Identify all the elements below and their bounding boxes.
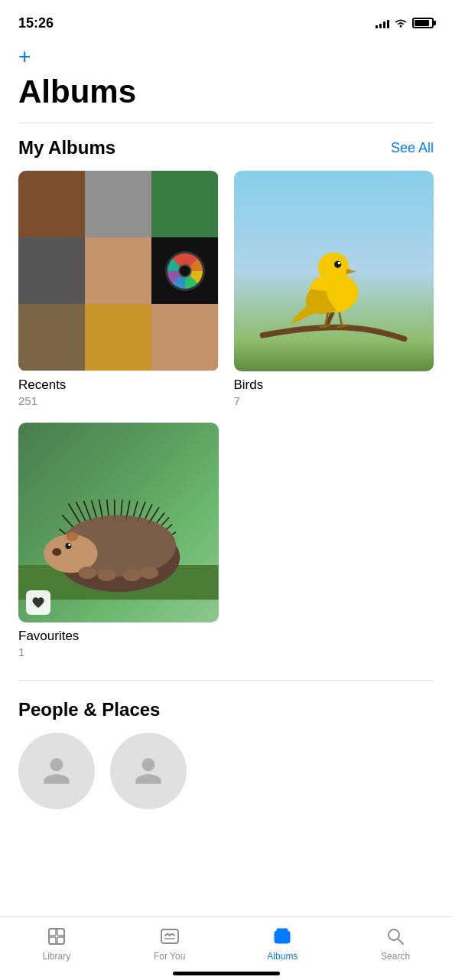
page-title: Albums [18, 74, 434, 110]
svg-point-0 [400, 25, 402, 28]
thumb-cell-8 [85, 304, 151, 371]
add-button[interactable]: + [18, 46, 31, 67]
thumb-cell-7 [18, 304, 85, 371]
albums-tab-icon [271, 925, 294, 948]
tab-albums[interactable]: Albums [252, 925, 313, 962]
svg-point-39 [78, 567, 96, 579]
album-birds-count: 7 [234, 394, 434, 407]
my-albums-section: My Albums See All [0, 123, 452, 658]
thumb-cell-4 [18, 237, 85, 304]
for-you-tab-icon [158, 925, 181, 948]
battery-icon [412, 18, 434, 28]
recents-grid [18, 171, 219, 371]
svg-rect-43 [49, 929, 64, 944]
search-icon [385, 926, 406, 947]
person-icon-2 [129, 752, 167, 790]
signal-bar-3 [383, 21, 385, 28]
album-favourites[interactable]: Favourites 1 [18, 423, 219, 659]
top-section: + Albums [0, 40, 452, 110]
tab-search[interactable]: Search [365, 925, 426, 962]
svg-point-2 [318, 253, 350, 284]
svg-point-41 [123, 569, 141, 581]
heart-icon [31, 596, 45, 609]
svg-point-37 [68, 543, 70, 545]
wheel-center [178, 263, 193, 278]
person-avatar-1 [18, 733, 95, 809]
tab-library[interactable]: Library [26, 925, 87, 962]
thumb-cell-6 [151, 237, 218, 304]
search-tab-icon [384, 925, 407, 948]
albums-tab-label: Albums [267, 951, 298, 962]
thumb-cell-9 [151, 304, 218, 371]
section-header: My Albums See All [18, 137, 434, 158]
albums-grid: Recents 251 [18, 171, 434, 658]
albums-icon [272, 926, 293, 947]
person-avatar-2 [110, 733, 187, 809]
album-recents-count: 251 [18, 394, 219, 407]
svg-point-42 [140, 567, 158, 579]
album-favourites-name: Favourites [18, 629, 219, 644]
svg-point-38 [66, 531, 78, 541]
status-icons [376, 18, 434, 28]
svg-line-28 [83, 501, 91, 521]
album-birds-thumb [234, 171, 434, 371]
thumb-cell-2 [85, 171, 151, 237]
for-you-tab-label: For You [154, 951, 185, 962]
signal-bar-2 [379, 24, 382, 28]
album-birds-name: Birds [234, 377, 434, 393]
signal-icon [376, 18, 389, 28]
svg-point-4 [338, 262, 341, 265]
person-item-1[interactable] [18, 733, 95, 809]
wifi-icon [394, 18, 408, 28]
album-favourites-thumb [18, 423, 219, 623]
bird-scene [234, 171, 434, 371]
svg-point-36 [65, 542, 71, 548]
svg-rect-51 [277, 929, 288, 932]
svg-point-35 [52, 547, 61, 555]
bird-illustration [249, 201, 418, 371]
library-tab-icon [45, 925, 68, 948]
status-bar: 15:26 [0, 0, 452, 40]
see-all-button[interactable]: See All [391, 140, 434, 156]
album-recents-name: Recents [18, 377, 219, 393]
my-albums-title: My Albums [18, 137, 115, 158]
svg-line-53 [398, 939, 404, 945]
battery-fill [415, 20, 429, 26]
people-places-title: People & Places [18, 699, 434, 720]
svg-point-3 [334, 261, 341, 268]
status-time: 15:26 [18, 15, 54, 31]
person-icon-1 [37, 752, 76, 790]
person-item-2[interactable] [110, 733, 187, 809]
people-places-section: People & Places [0, 681, 452, 809]
tab-for-you[interactable]: For You [139, 925, 200, 962]
search-tab-label: Search [381, 951, 410, 962]
camera-wheel [151, 237, 218, 304]
tab-bar: Library For You Albums [0, 916, 452, 980]
thumb-cell-5 [85, 237, 151, 304]
people-row [18, 733, 434, 809]
wheel-circle [165, 251, 205, 291]
bottom-spacer [0, 809, 452, 916]
svg-rect-50 [275, 931, 290, 943]
album-recents[interactable]: Recents 251 [18, 171, 219, 407]
library-icon [46, 926, 67, 947]
album-recents-thumb [18, 171, 219, 371]
thumb-cell-3 [151, 171, 218, 237]
hedgehog-scene [18, 423, 219, 623]
heart-badge [26, 590, 50, 615]
thumb-cell-1 [18, 171, 85, 237]
signal-bar-4 [387, 20, 389, 28]
home-indicator [173, 972, 280, 975]
album-birds[interactable]: Birds 7 [234, 171, 434, 407]
for-you-icon [159, 926, 180, 947]
library-tab-label: Library [43, 951, 71, 962]
album-favourites-count: 1 [18, 645, 219, 658]
svg-point-40 [98, 569, 116, 581]
signal-bar-1 [376, 25, 378, 28]
